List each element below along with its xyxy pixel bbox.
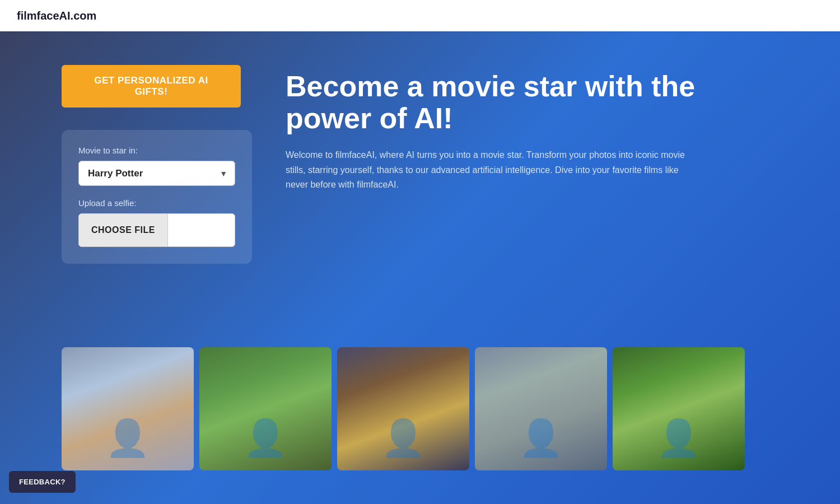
upload-label: Upload a selfie: — [78, 198, 235, 208]
movie-label: Movie to star in: — [78, 146, 235, 155]
main-content: GET PERSONALIZED AI GIFTS! Movie to star… — [0, 31, 840, 286]
gallery-image-2 — [199, 347, 332, 470]
gallery-image-3 — [337, 347, 469, 470]
movie-select-wrapper: Harry Potter Star Wars Jurassic Park Ave… — [78, 161, 235, 186]
left-panel: GET PERSONALIZED AI GIFTS! Movie to star… — [62, 65, 252, 264]
site-header: filmfaceAI.com — [0, 0, 840, 31]
feedback-button[interactable]: FEEDBACK? — [9, 471, 76, 493]
site-title: filmfaceAI.com — [17, 10, 96, 22]
movie-select[interactable]: Harry Potter Star Wars Jurassic Park Ave… — [78, 161, 235, 186]
gallery-image-4 — [475, 347, 607, 470]
gallery-image-5 — [613, 347, 745, 470]
hero-description: Welcome to filmfaceAI, where AI turns yo… — [286, 148, 689, 192]
choose-file-button[interactable]: CHOOSE FILE — [79, 214, 168, 246]
file-name-display — [168, 214, 235, 246]
form-panel: Movie to star in: Harry Potter Star Wars… — [62, 130, 252, 264]
gallery-image-1 — [62, 347, 194, 470]
right-panel: Become a movie star with the power of AI… — [286, 65, 778, 193]
file-upload-area: CHOOSE FILE — [78, 213, 235, 247]
hero-title: Become a movie star with the power of AI… — [286, 71, 778, 134]
gift-button[interactable]: GET PERSONALIZED AI GIFTS! — [62, 65, 241, 108]
image-gallery — [62, 347, 840, 470]
